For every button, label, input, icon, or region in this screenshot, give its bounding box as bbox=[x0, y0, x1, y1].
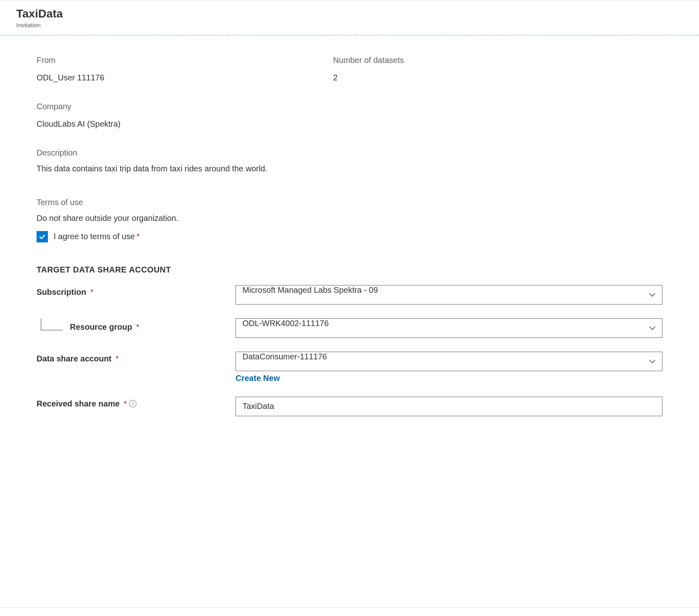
required-indicator: * bbox=[116, 354, 119, 363]
info-section: From ODL_User 111176 Number of datasets … bbox=[37, 56, 662, 173]
received-share-name-label-text: Received share name bbox=[37, 399, 120, 409]
terms-title: Terms of use bbox=[37, 198, 662, 207]
terms-checkbox[interactable] bbox=[37, 231, 48, 242]
terms-block: Terms of use Do not share outside your o… bbox=[37, 198, 662, 242]
resource-group-label-text: Resource group bbox=[70, 322, 132, 332]
datasets-block: Number of datasets 2 bbox=[333, 56, 662, 82]
subscription-label: Subscription* bbox=[37, 285, 236, 297]
info-icon[interactable]: i bbox=[129, 400, 136, 407]
subscription-label-text: Subscription bbox=[37, 287, 86, 297]
required-indicator: * bbox=[136, 322, 139, 332]
from-block: From ODL_User 111176 bbox=[37, 56, 321, 82]
description-label: Description bbox=[37, 148, 662, 158]
received-share-name-field bbox=[236, 397, 662, 416]
terms-text: Do not share outside your organization. bbox=[37, 214, 662, 223]
data-share-account-field: DataConsumer-111176 Create New bbox=[236, 352, 662, 383]
company-label: Company bbox=[37, 102, 662, 111]
description-value: This data contains taxi trip data from t… bbox=[37, 164, 662, 173]
check-icon bbox=[39, 233, 46, 240]
required-indicator: * bbox=[136, 232, 140, 241]
terms-checkbox-label: I agree to terms of use* bbox=[54, 232, 140, 241]
from-label: From bbox=[37, 56, 321, 65]
subscription-select[interactable]: Microsoft Managed Labs Spektra - 09 bbox=[236, 285, 662, 305]
description-block: Description This data contains taxi trip… bbox=[37, 148, 662, 173]
footer-actions: Accept and configure now Reject Accept a… bbox=[0, 607, 699, 616]
from-value: ODL_User 111176 bbox=[37, 73, 321, 82]
resource-group-value: ODL-WRK4002-111176 bbox=[236, 318, 662, 338]
tree-indent-icon bbox=[41, 318, 63, 331]
page-title: TaxiData bbox=[16, 7, 683, 21]
company-block: Company CloudLabs AI (Spektra) bbox=[37, 102, 662, 129]
page-subtitle: Invitation bbox=[16, 22, 683, 28]
content-area: From ODL_User 111176 Number of datasets … bbox=[0, 35, 699, 575]
received-share-name-input[interactable] bbox=[236, 397, 662, 416]
target-form: Subscription* Microsoft Managed Labs Spe… bbox=[37, 285, 662, 416]
resource-group-select[interactable]: ODL-WRK4002-111176 bbox=[236, 318, 662, 338]
target-section-heading: TARGET DATA SHARE ACCOUNT bbox=[37, 265, 662, 274]
subscription-value: Microsoft Managed Labs Spektra - 09 bbox=[236, 285, 662, 305]
data-share-account-label-text: Data share account bbox=[37, 354, 112, 363]
required-indicator: * bbox=[90, 287, 93, 297]
terms-checkbox-text: I agree to terms of use bbox=[54, 232, 135, 241]
terms-checkbox-row: I agree to terms of use* bbox=[37, 231, 662, 242]
data-share-account-select[interactable]: DataConsumer-111176 bbox=[236, 352, 662, 371]
received-share-name-label: Received share name* i bbox=[37, 397, 236, 409]
data-share-account-label: Data share account* bbox=[37, 352, 236, 363]
datasets-value: 2 bbox=[333, 73, 662, 82]
spacer bbox=[37, 416, 662, 558]
company-value: CloudLabs AI (Spektra) bbox=[37, 119, 662, 129]
required-indicator: * bbox=[124, 399, 127, 409]
create-new-link[interactable]: Create New bbox=[236, 374, 280, 383]
resource-group-label: Resource group* bbox=[37, 318, 236, 336]
datasets-label: Number of datasets bbox=[333, 56, 662, 65]
page-header: TaxiData Invitation bbox=[0, 0, 699, 32]
data-share-account-value: DataConsumer-111176 bbox=[236, 352, 662, 371]
